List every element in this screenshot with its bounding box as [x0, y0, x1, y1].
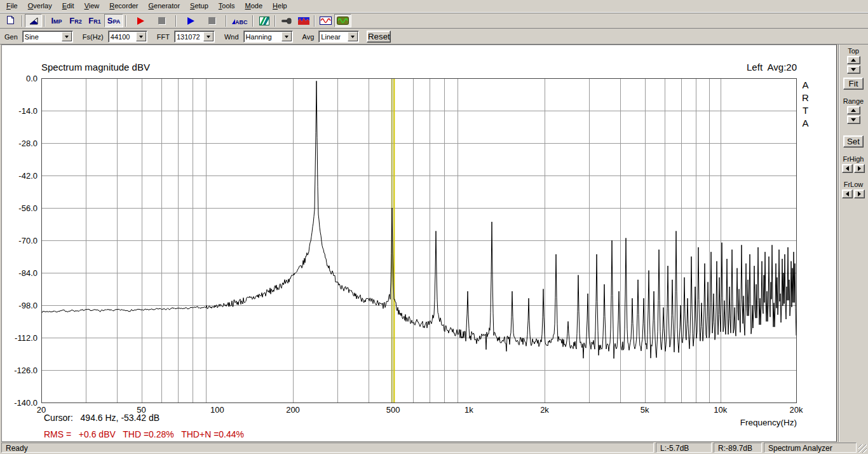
y-tick-label: -42.0 — [3, 171, 37, 181]
menu-view[interactable]: View — [79, 0, 105, 12]
graph-control-panel: Top Fit Range Set FrHigh FrLow — [838, 45, 868, 442]
menu-file[interactable]: File — [1, 0, 23, 12]
x-tick-label: 200 — [286, 405, 300, 415]
up-arrow-icon — [851, 58, 856, 62]
generator-on-icon — [337, 17, 349, 25]
dropdown-arrow-icon[interactable] — [62, 32, 72, 41]
play-stop-icon — [208, 17, 215, 24]
smoothing-button[interactable] — [255, 14, 273, 27]
menu-edit[interactable]: Edit — [57, 0, 79, 12]
menu-mode[interactable]: Mode — [240, 0, 268, 12]
toolbar-separator — [226, 15, 227, 27]
right-arrow-icon — [858, 191, 861, 196]
menu-bar: File Overlay Edit View Recorder Generato… — [0, 0, 868, 13]
record-icon — [137, 17, 144, 25]
frhigh-right-button[interactable] — [854, 164, 865, 173]
samplerate-value: 44100 — [109, 33, 136, 41]
top-down-button[interactable] — [847, 65, 860, 74]
resize-grip[interactable] — [858, 444, 867, 453]
toolbar-separator — [22, 15, 23, 27]
top-up-button[interactable] — [847, 56, 860, 64]
y-tick-label: -112.0 — [3, 333, 37, 343]
thick-pen-button[interactable] — [25, 14, 42, 27]
generator-value: Sine — [23, 33, 62, 41]
fr1-mode-icon: FR1 — [88, 16, 100, 25]
x-tick-label: 2k — [540, 405, 549, 415]
fit-button[interactable]: Fit — [843, 78, 864, 90]
microphone-icon — [281, 18, 292, 24]
play-button[interactable] — [182, 14, 200, 27]
dropdown-arrow-icon[interactable] — [136, 32, 146, 41]
audio-device-button[interactable] — [278, 14, 295, 27]
status-bar: Ready L:-5.7dB R:-89.7dB Spectrum Analyz… — [0, 442, 868, 454]
set-button[interactable]: Set — [843, 135, 864, 148]
x-tick-label: 10k — [714, 405, 727, 415]
rms-thd-readout: RMS = +0.6 dBV THD =0.28% THD+N =0.44% — [44, 429, 244, 439]
menu-setup[interactable]: Setup — [185, 0, 214, 12]
toolbar-separator — [252, 15, 254, 27]
impulse-mode-icon: IMP — [51, 16, 62, 25]
mode-indicator: Spectrum Analyzer — [764, 443, 857, 453]
generator-on-button[interactable] — [334, 14, 351, 27]
signal-view-button[interactable] — [295, 14, 312, 27]
y-tick-label: -140.0 — [3, 398, 37, 408]
x-axis-title: Frequency(Hz) — [740, 418, 797, 427]
record-stop-icon — [158, 17, 165, 24]
right-level-indicator: R:-89.7dB — [714, 443, 762, 453]
window-select[interactable]: Hanning — [243, 31, 293, 43]
fr1-mode-button[interactable]: FR1 — [85, 14, 104, 27]
frlow-left-button[interactable] — [842, 189, 853, 198]
spectrum-mode-button[interactable]: SPA — [104, 14, 123, 27]
smoothing-stripes-icon — [259, 17, 269, 25]
menu-recorder[interactable]: Recorder — [104, 0, 143, 12]
oscilloscope-button[interactable] — [317, 14, 334, 27]
toolbar-separator — [125, 15, 126, 27]
play-stop-button[interactable] — [203, 14, 220, 27]
frlow-right-button[interactable] — [854, 189, 865, 198]
spectrum-plot[interactable] — [41, 78, 797, 403]
cursor-readout: Cursor: 494.6 Hz, -53.42 dB — [44, 413, 159, 423]
spectrum-trace — [41, 81, 796, 358]
record-stop-button[interactable] — [153, 14, 170, 27]
toolbar-separator — [175, 15, 177, 27]
menu-overlay[interactable]: Overlay — [23, 0, 57, 12]
impulse-mode-button[interactable]: IMP — [47, 14, 66, 27]
range-up-button[interactable] — [847, 106, 860, 114]
range-down-button[interactable] — [847, 116, 860, 124]
calibrate-button[interactable]: ABC — [229, 14, 250, 27]
averaging-select[interactable]: Linear — [318, 31, 359, 43]
reset-button[interactable]: Reset — [367, 31, 391, 43]
y-tick-label: -84.0 — [3, 268, 37, 278]
fft-size-select[interactable]: 131072 — [174, 31, 215, 43]
dropdown-arrow-icon[interactable] — [281, 32, 292, 41]
menu-help[interactable]: Help — [268, 0, 292, 12]
dropdown-arrow-icon[interactable] — [203, 32, 214, 41]
calibrate-abc-icon: ABC — [231, 17, 248, 25]
spectrum-plot-area[interactable] — [41, 78, 797, 403]
y-tick-label: -70.0 — [3, 236, 37, 245]
generator-select[interactable]: Sine — [22, 31, 73, 43]
fr2-mode-button[interactable]: FR2 — [66, 14, 85, 27]
y-tick-label: 0.0 — [3, 74, 37, 83]
frhigh-left-button[interactable] — [842, 164, 853, 173]
x-tick-label: 100 — [210, 405, 224, 415]
frlow-label: FrLow — [844, 181, 864, 188]
control-bar: Gen Sine Fs(Hz) 44100 FFT 131072 Wnd Han… — [0, 29, 868, 45]
menu-tools[interactable]: Tools — [214, 0, 240, 12]
menu-generator[interactable]: Generator — [144, 0, 186, 12]
samplerate-select[interactable]: 44100 — [108, 31, 147, 43]
arta-brand-label: ARTA — [800, 79, 811, 130]
x-tick-label: 500 — [386, 405, 400, 415]
dropdown-arrow-icon[interactable] — [348, 32, 358, 41]
thick-pen-icon — [29, 17, 38, 25]
avg-label: Avg — [302, 33, 315, 41]
status-message: Ready — [1, 443, 654, 453]
down-arrow-icon — [851, 68, 856, 71]
fr2-mode-icon: FR2 — [69, 16, 81, 25]
range-label: Range — [843, 97, 864, 105]
record-button[interactable] — [132, 14, 149, 27]
right-arrow-icon — [858, 166, 861, 171]
new-file-button[interactable] — [3, 14, 20, 27]
left-arrow-icon — [846, 166, 849, 171]
gen-label: Gen — [4, 33, 18, 41]
